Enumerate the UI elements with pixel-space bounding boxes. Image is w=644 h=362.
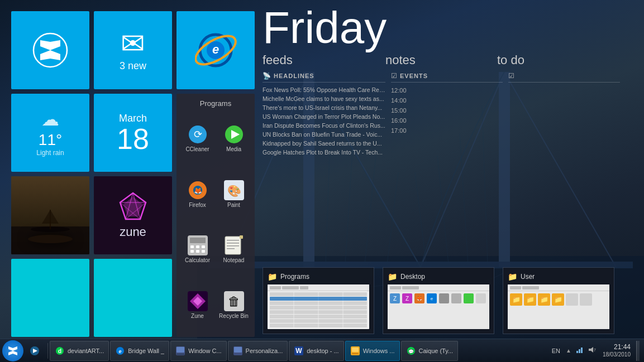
time-1700: 17:00 [391,126,503,136]
tile-cyan1[interactable] [11,259,89,337]
start-button[interactable] [2,340,23,361]
feed-item-4[interactable]: US Woman Charged in Terror Plot Pleads N… [263,112,385,121]
calendar-day: 18 [117,124,149,153]
events-checkbox-icon: ☑ [391,72,397,80]
tile-cyan2[interactable] [94,259,172,337]
feed-item-3[interactable]: There's more to US-Israel crisis than Ne… [263,103,385,112]
tray-date-text: 18/03/2010 [603,351,631,358]
ccleaner-icon: ⟳ [188,124,208,144]
time-1600: 16:00 [391,115,503,126]
prog-calculator[interactable]: Calculator [181,224,214,276]
feed-item-1[interactable]: Fox News Poll: 55% Oppose Health Care Re… [263,85,385,94]
feed-item-2[interactable]: Michelle McGee claims to have sexy texts… [263,94,385,103]
weather-cloud-icon: ☁ [41,109,59,130]
svg-text:e: e [119,349,122,354]
svg-rect-34 [202,245,205,248]
notes-column: ☑ EVENTS 12:00 14:00 15:00 16:00 17:00 [391,72,503,157]
feed-item-6[interactable]: UN Blocks Ban on Bluefin Tuna Trade - Vo… [263,130,385,139]
personalization-label: Personaliza... [246,347,283,354]
rss-icon: 📡 [263,72,271,80]
notes-header: ☑ EVENTS [391,72,503,83]
taskbar-item-deviantart[interactable]: d deviantART... [50,341,109,361]
svg-rect-33 [196,245,199,248]
tile-windows[interactable] [11,11,89,89]
svg-rect-35 [190,250,194,253]
firefox-icon: 🦊 [188,180,208,200]
feeds-header: 📡 HEADLINES [263,72,385,83]
tile-ie[interactable]: e [176,11,255,89]
taskbar-item-word[interactable]: W desktop - ... [289,341,344,361]
prog-recycle[interactable]: 🗑 Recycle Bin [217,279,250,331]
personalization-icon [233,346,243,356]
tile-calendar[interactable]: March 18 [94,94,172,172]
svg-text:🎨: 🎨 [227,184,241,197]
tray-arrow-up[interactable]: ▲ [565,346,573,355]
tile-mail[interactable]: ✉ 3 new [94,11,172,89]
taskbar-item-window-c[interactable]: Window C... [170,341,226,361]
svg-marker-82 [589,347,593,353]
prog-paint[interactable]: 🎨 Paint [217,168,250,220]
bridge-browser-icon: e [115,346,125,356]
svg-text:e: e [212,42,218,56]
thumb-desktop[interactable]: 📁 Desktop Z Z 🦊 e [383,267,494,334]
tile-photo[interactable] [11,176,89,254]
taskbar-item-personalization[interactable]: Personaliza... [228,341,288,361]
thumb-desktop-folder-icon: 📁 [388,272,397,281]
feed-item-5[interactable]: Iran Dispute Becomes Focus of Clinton's … [263,121,385,130]
feed-item-8[interactable]: Google Hatches Plot to Break Into TV - T… [263,148,385,157]
calculator-icon [188,235,208,255]
paint-icon: 🎨 [224,180,244,200]
programs-panel: Programs ⟳ CCleaner [181,99,250,331]
time-1500: 15:00 [391,105,503,115]
tray-network-icon[interactable] [575,345,585,356]
prog-media[interactable]: Media [217,112,250,165]
prog-notepad[interactable]: Notepad [217,224,250,276]
thumb-desktop-content: Z Z 🦊 e [388,284,489,329]
time-1400: 14:00 [391,95,503,105]
bridge-label: Bridge Wall _ [128,347,164,354]
thumb-programs-folder-icon: 📁 [268,272,277,281]
window-c-icon [175,346,185,356]
svg-rect-42 [227,248,235,249]
prog-firefox[interactable]: 🦊 Firefox [181,168,214,220]
notepad-label: Notepad [223,257,245,263]
tray-clock[interactable]: 21:44 18/03/2010 [599,342,634,359]
svg-point-53 [36,233,64,236]
word-label: desktop - ... [307,347,338,354]
show-desktop-button[interactable] [636,341,640,361]
deviantart-label: deviantART... [68,347,104,354]
taskbar-item-bridge[interactable]: e Bridge Wall _ [110,341,169,361]
notes-section-header: notes [385,53,497,67]
zune-prog-label: Zune [191,313,204,319]
ql-media-player[interactable] [26,342,44,360]
prog-zune[interactable]: Zune [181,279,214,331]
thumb-desktop-title: Desktop [400,273,425,281]
tile-weather[interactable]: ☁ 11° Light rain [11,94,89,172]
svg-text:W: W [296,347,303,355]
tray-volume[interactable]: 70 [587,345,597,356]
recycle-label: Recycle Bin [219,313,249,319]
media-icon [224,124,244,144]
taskbar-divider-1 [47,343,48,359]
svg-rect-36 [196,250,199,253]
svg-rect-80 [579,349,580,353]
thumb-user-folder-icon: 📁 [508,272,517,281]
taskbar-item-caique[interactable]: 💬 Caique (Ty... [401,341,459,361]
day-title: Friday [263,6,638,50]
time-1200: 12:00 [391,85,503,95]
taskbar: d deviantART... e Bridge Wall _ [0,339,644,362]
svg-rect-68 [176,347,184,353]
thumb-programs[interactable]: 📁 Programs [263,267,374,334]
feed-item-7[interactable]: Kidnapped boy Sahil Saeed returns to the… [263,139,385,148]
media-player-icon [30,346,40,356]
tile-zune[interactable]: zune [94,176,172,254]
zune-tile-label: zune [120,225,146,239]
taskbar-item-windows[interactable]: Windows ... [345,341,400,361]
notepad-icon [224,235,244,255]
windows-explorer-icon [350,346,360,356]
feeds-section-header: feeds [263,53,385,67]
thumb-user[interactable]: 📁 User 📁 📁 📁 📁 [503,267,614,334]
prog-ccleaner[interactable]: ⟳ CCleaner [181,112,214,165]
todo-column: ☑ [508,72,620,157]
thumb-programs-title: Programs [280,273,309,281]
